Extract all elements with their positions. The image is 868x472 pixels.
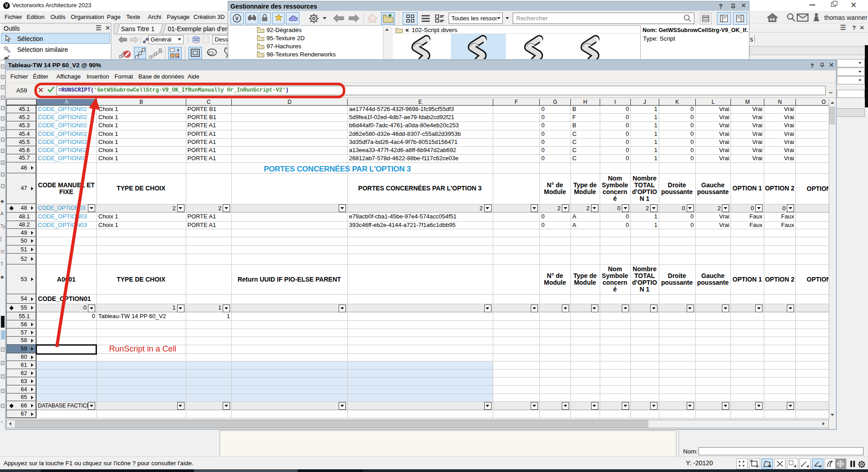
svg-text:V: V bbox=[235, 16, 239, 21]
